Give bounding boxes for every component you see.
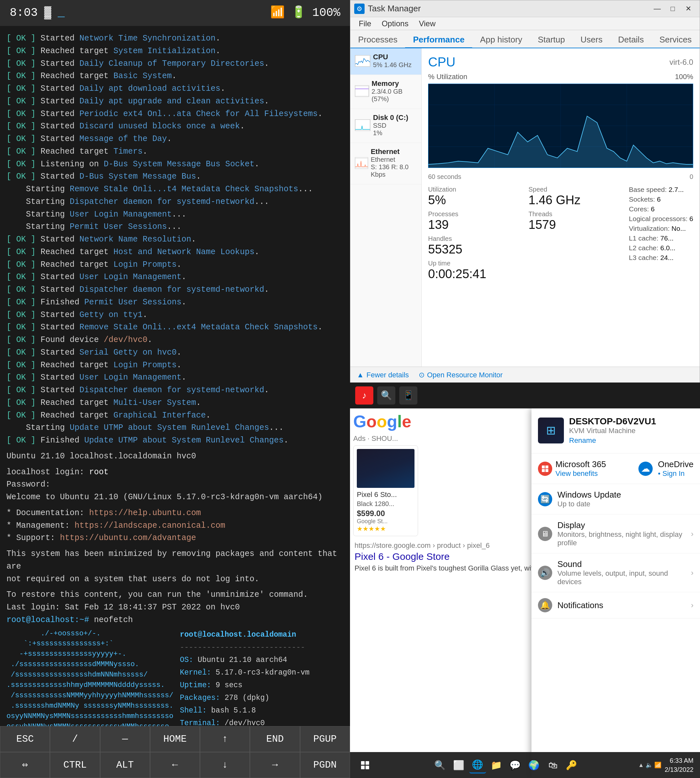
- key-esc[interactable]: ESC: [0, 726, 50, 752]
- stat-uptime-value: 0:00:25:41: [428, 267, 623, 281]
- tm-menu-options[interactable]: Options: [377, 17, 414, 30]
- log-line: [ OK ] Started Network Time Synchronizat…: [7, 32, 343, 45]
- key-left[interactable]: ←: [150, 752, 200, 778]
- tab-performance[interactable]: Performance: [405, 32, 472, 48]
- key-end[interactable]: END: [250, 726, 300, 752]
- onedrive-text: OneDrive • Sign In: [658, 459, 693, 478]
- log-line: [ OK ] Started Dispatcher daemon for sys…: [7, 284, 343, 296]
- taskbar-mail-button[interactable]: 🔑: [563, 756, 580, 773]
- sidebar-memory-label: Memory: [372, 79, 417, 88]
- taskbar-taskview-button[interactable]: ⬜: [450, 756, 467, 773]
- log-line: [ OK ] Finished Permit User Sessions.: [7, 296, 343, 309]
- taskbar-search-icon[interactable]: 🔍: [377, 386, 395, 404]
- win-start-button[interactable]: [357, 756, 373, 773]
- tab-processes[interactable]: Processes: [350, 32, 405, 48]
- key-down[interactable]: ↓: [200, 752, 250, 778]
- settings-item-sound[interactable]: 🔊 Sound Volume levels, output, input, so…: [532, 553, 700, 592]
- tab-users[interactable]: Users: [573, 32, 610, 48]
- google-logo: Google: [353, 412, 411, 431]
- cpu-util-label: % Utilization: [428, 73, 467, 81]
- tm-maximize-button[interactable]: □: [665, 3, 680, 14]
- taskbar-clock: 6:33 AM 2/13/2022: [665, 756, 693, 774]
- sidebar-item-memory[interactable]: Memory 2.3/4.0 GB (57%): [350, 75, 421, 109]
- tab-details[interactable]: Details: [610, 32, 652, 48]
- rename-button[interactable]: Rename: [569, 436, 656, 445]
- key-up[interactable]: ↑: [200, 726, 250, 752]
- log-line: [ OK ] Reached target Timers.: [7, 145, 343, 158]
- tm-minimize-button[interactable]: —: [650, 3, 665, 14]
- cpu-subtitle: virt-6.0: [670, 58, 693, 67]
- win-taskbar-right: ▲ 🔈 📶 6:33 AM 2/13/2022: [638, 756, 693, 774]
- hostname-line: Ubuntu 21.10 localhost.localdomain hvc0: [7, 450, 343, 463]
- key-dash[interactable]: —: [100, 726, 150, 752]
- log-line: [ OK ] Started Daily apt upgrade and cle…: [7, 95, 343, 108]
- tm-close-button[interactable]: ✕: [681, 3, 696, 14]
- music-icon[interactable]: ♪: [355, 386, 373, 404]
- key-home[interactable]: HOME: [150, 726, 200, 752]
- key-slash[interactable]: /: [50, 726, 100, 752]
- cpu-stats-area: Utilization 5% Speed 1.46 GHz Processes …: [428, 186, 693, 281]
- log-line: [ OK ] Started Daily Cleanup of Temporar…: [7, 58, 343, 70]
- sound-arrow-icon: ›: [691, 568, 693, 577]
- log-line: [ OK ] Reached target Basic System.: [7, 70, 343, 83]
- taskbar-explorer-button[interactable]: 📁: [488, 756, 505, 773]
- sidebar-item-ethernet[interactable]: Ethernet Ethernet S: 136 R: 8.0 Kbps: [350, 143, 421, 184]
- fewer-details-button[interactable]: ▲ Fewer details: [357, 371, 409, 379]
- tab-services[interactable]: Services: [652, 32, 700, 48]
- product-stars: ★★★★★: [357, 525, 415, 533]
- taskbar-edge-button[interactable]: 🌐: [469, 756, 486, 773]
- notif-arrow-icon: ›: [691, 601, 693, 610]
- tm-sidebar: CPU 5% 1.46 GHz Memory 2.3: [350, 48, 422, 367]
- open-resource-monitor-button[interactable]: ⊙ Open Resource Monitor: [419, 371, 503, 379]
- key-right[interactable]: →: [250, 752, 300, 778]
- doc-line: * Documentation: https://help.ubuntu.com: [7, 507, 343, 520]
- sidebar-item-disk[interactable]: Disk 0 (C:) SSD 1%: [350, 109, 421, 143]
- sidebar-ethernet-speed: S: 136 R: 8.0 Kbps: [371, 164, 417, 178]
- cpu-stats-left: Utilization 5% Speed 1.46 GHz Processes …: [428, 186, 623, 281]
- key-special[interactable]: ⇔: [0, 752, 50, 778]
- neofetch-info: root@localhost.localdomain -------------…: [180, 629, 310, 726]
- key-pgup[interactable]: PGUP: [300, 726, 350, 752]
- tab-startup[interactable]: Startup: [530, 32, 573, 48]
- settings-item-notifications[interactable]: 🔔 Notifications ›: [532, 592, 700, 618]
- svg-rect-15: [545, 469, 548, 472]
- taskbar-store-button[interactable]: 🛍: [545, 756, 561, 773]
- welcome-msg: Welcome to Ubuntu 21.10 (GNU/Linux 5.17.…: [7, 491, 343, 504]
- task-manager-window: ⚙ Task Manager — □ ✕ File Options View P…: [350, 0, 700, 382]
- key-row-1: ESC / — HOME ↑ END PGUP: [0, 726, 350, 752]
- stat-util-value: 5%: [428, 193, 522, 207]
- sound-sub: Volume levels, output, input, sound devi…: [557, 569, 686, 586]
- tab-app-history[interactable]: App history: [472, 32, 530, 48]
- taskbar-strip: ♪ 🔍 📱: [350, 382, 700, 409]
- stat-l3: L3 cache: 24...: [629, 254, 693, 262]
- settings-item-ms365[interactable]: Microsoft 365 View benefits ☁ OneDrive •…: [532, 454, 700, 484]
- taskbar-teams-button[interactable]: 💬: [507, 756, 524, 773]
- terminal-content: [ OK ] Started Network Time Synchronizat…: [0, 26, 350, 726]
- key-ctrl[interactable]: CTRL: [50, 752, 100, 778]
- product-card-pixel[interactable]: Pixel 6 Sto... Black 1280... $599.00 Goo…: [353, 446, 418, 536]
- taskbar-pixel-icon[interactable]: 📱: [399, 386, 417, 404]
- taskbar-browser2-button[interactable]: 🌍: [526, 756, 542, 773]
- stat-virt: Virtualization: No...: [629, 225, 693, 232]
- taskbar-search-button[interactable]: 🔍: [432, 756, 448, 773]
- ms365-sub: View benefits: [555, 469, 633, 478]
- settings-item-winupdate[interactable]: 🔄 Windows Update Up to date: [532, 484, 700, 514]
- key-alt[interactable]: ALT: [100, 752, 150, 778]
- key-pgdn[interactable]: PGDN: [300, 752, 350, 778]
- notif-icon: 🔔: [538, 598, 552, 612]
- settings-item-display[interactable]: 🖥 Display Monitors, brightness, night li…: [532, 514, 700, 553]
- tm-window-controls: — □ ✕: [650, 3, 696, 14]
- device-text: DESKTOP-D6V2VU1 KVM Virtual Machine Rena…: [569, 416, 656, 445]
- stat-cores: Cores: 6: [629, 205, 693, 213]
- cpu-chart-svg: [428, 84, 693, 168]
- log-line: [ OK ] Started Getty on tty1.: [7, 309, 343, 322]
- tm-menu-view[interactable]: View: [413, 17, 441, 30]
- winupdate-icon: 🔄: [538, 492, 552, 506]
- log-line: [ OK ] Started Discard unused blocks onc…: [7, 120, 343, 133]
- password-prompt: Password:: [7, 479, 343, 491]
- tm-menu-file[interactable]: File: [353, 17, 377, 30]
- sidebar-item-cpu[interactable]: CPU 5% 1.46 GHz: [350, 48, 421, 75]
- stat-processes: Processes 139: [428, 210, 522, 232]
- battery-icon: 🔋: [291, 4, 306, 22]
- stat-handles-value: 55325: [428, 242, 522, 256]
